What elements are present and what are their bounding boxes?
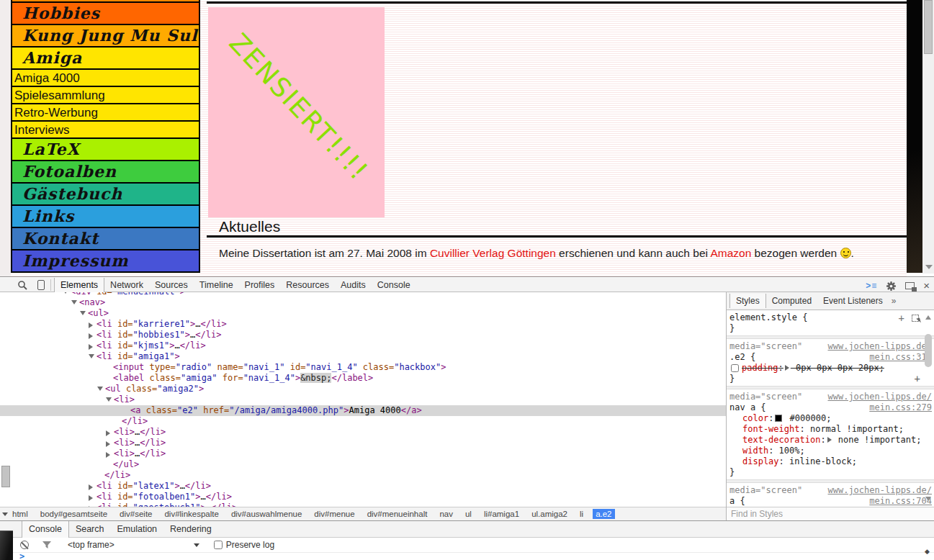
- expand-down-icon[interactable]: [89, 354, 94, 358]
- breadcrumb-item-li[interactable]: li: [577, 509, 586, 519]
- stylesheet-link[interactable]: www.jochen-lipps.de/: [828, 392, 933, 402]
- dom-tree-row[interactable]: <li>: [0, 394, 726, 405]
- dom-tree-row[interactable]: <li>…</li>: [0, 427, 726, 438]
- dom-tree-row[interactable]: <div id="menueinhalt">: [0, 292, 726, 297]
- breadcrumb-item-div-seite[interactable]: div#seite: [117, 509, 155, 519]
- dom-tree-row[interactable]: <nav>: [0, 297, 726, 308]
- menu-item-amiga-4000[interactable]: Amiga 4000: [12, 70, 199, 87]
- frame-selector[interactable]: <top frame>: [68, 540, 114, 550]
- css-property[interactable]: display: inline-block;: [729, 456, 932, 467]
- menu-item-links[interactable]: Links: [12, 206, 199, 228]
- breadcrumb-item-body-gesamtseite[interactable]: body#gesamtseite: [37, 509, 110, 519]
- breadcrumb-item-div-menue[interactable]: div#menue: [311, 509, 357, 519]
- menu-item-retro-werbung[interactable]: Retro-Werbung: [12, 104, 199, 122]
- scroll-down-arrow-icon[interactable]: [925, 497, 931, 501]
- expand-down-icon[interactable]: [97, 387, 103, 391]
- dom-tree-row[interactable]: <li id="latex1">…</li>: [0, 481, 726, 492]
- chevron-down-icon[interactable]: [194, 543, 199, 547]
- menu-item-impressum[interactable]: Impressum: [12, 250, 199, 273]
- close-devtools-icon[interactable]: ×: [923, 281, 930, 291]
- scroll-down-arrow-icon[interactable]: [925, 265, 933, 269]
- dom-tree-row[interactable]: <ul>: [0, 308, 726, 319]
- console-tab-search[interactable]: Search: [69, 521, 111, 538]
- devtools-tab-timeline[interactable]: Timeline: [194, 278, 239, 292]
- dom-tree-row[interactable]: </li>: [0, 416, 726, 427]
- devtools-tab-resources[interactable]: Resources: [280, 278, 335, 292]
- scroll-up-arrow-icon[interactable]: [925, 315, 931, 320]
- menu-item-spielesammlung[interactable]: Spielesammlung: [12, 87, 199, 104]
- source-location-link[interactable]: mein.css:704: [869, 496, 932, 507]
- devtools-tab-network[interactable]: Network: [104, 278, 149, 292]
- more-tabs-button[interactable]: »: [892, 296, 897, 306]
- console-tab-emulation[interactable]: Emulation: [110, 521, 163, 538]
- dom-tree-row[interactable]: <li id="fotoalben1">…</li>: [0, 492, 726, 502]
- css-property[interactable]: font-weight: normal !important;: [729, 424, 932, 435]
- dock-side-icon[interactable]: [905, 282, 915, 289]
- menu-item-hobbies[interactable]: Hobbies: [12, 3, 199, 25]
- elements-scrollbar-thumb[interactable]: [1, 466, 10, 487]
- settings-gear-icon[interactable]: [886, 281, 897, 292]
- source-location-link[interactable]: mein.css:279: [869, 402, 932, 413]
- link-cuvillier[interactable]: Cuvillier Verlag Göttingen: [430, 247, 556, 259]
- stylesheet-link[interactable]: www.jochen-lipps.de/: [828, 485, 933, 496]
- expand-right-icon[interactable]: [106, 441, 110, 447]
- link-amazon[interactable]: Amazon: [710, 247, 751, 259]
- console-drawer-icon[interactable]: >≡: [866, 281, 877, 291]
- console-tab-console[interactable]: Console: [22, 521, 69, 538]
- dom-tree-row[interactable]: <li id="hobbies1">…</li>: [0, 330, 726, 340]
- new-style-rule-button[interactable]: +: [899, 312, 904, 324]
- expand-down-icon[interactable]: [80, 311, 86, 315]
- dom-tree-row[interactable]: <li>…</li>: [0, 448, 726, 459]
- devtools-tab-audits[interactable]: Audits: [335, 278, 372, 292]
- breadcrumb-item-a-e2[interactable]: a.e2: [593, 509, 614, 519]
- stylesheet-link[interactable]: www.jochen-lipps.de/: [828, 341, 933, 352]
- pick-element-icon[interactable]: [912, 315, 919, 322]
- menu-item-latex[interactable]: LaTeX: [12, 139, 199, 161]
- styles-tab-event-listeners[interactable]: Event Listeners: [817, 294, 889, 308]
- dom-tree-row[interactable]: <li id="karriere1">…</li>: [0, 319, 726, 330]
- expand-value-icon[interactable]: [827, 437, 832, 443]
- console-tab-rendering[interactable]: Rendering: [163, 521, 218, 538]
- dom-tree-row[interactable]: </ul>: [0, 459, 726, 470]
- expand-down-icon[interactable]: [71, 300, 77, 304]
- breadcrumb-item-ul-amiga2[interactable]: ul.amiga2: [529, 509, 570, 519]
- dom-tree-row[interactable]: <li>…</li>: [0, 438, 726, 448]
- menu-item-amiga[interactable]: Amiga: [12, 48, 199, 70]
- css-property[interactable]: padding: 0px 0px 0px 20px;: [729, 363, 932, 374]
- breadcrumb-item-div-menueinhalt[interactable]: div#menueinhalt: [364, 509, 431, 519]
- menu-item-g-stebuch[interactable]: Gästebuch: [12, 184, 199, 206]
- devtools-tab-elements[interactable]: Elements: [54, 278, 104, 292]
- source-location-link[interactable]: mein.css:311: [869, 352, 932, 363]
- styles-tab-computed[interactable]: Computed: [766, 294, 817, 308]
- breadcrumb-item-ul[interactable]: ul: [462, 509, 475, 519]
- expand-down-icon[interactable]: [106, 397, 112, 402]
- breadcrumb-item-div-linkespalte[interactable]: div#linkespalte: [161, 509, 221, 519]
- styles-tab-styles[interactable]: Styles: [729, 294, 766, 308]
- expand-right-icon[interactable]: [89, 333, 93, 339]
- add-property-button[interactable]: +: [915, 374, 920, 384]
- dom-tree-row[interactable]: <li id="amiga1">: [0, 351, 726, 362]
- expand-right-icon[interactable]: [89, 484, 93, 490]
- expand-right-icon[interactable]: [89, 495, 93, 501]
- find-in-styles-input[interactable]: Find in Styles: [727, 507, 934, 520]
- dom-tree-row[interactable]: <a class="e2" href="/amiga/amiga4000.php…: [0, 405, 726, 416]
- dom-tree-row[interactable]: <ul class="amiga2">: [0, 384, 726, 394]
- inspect-element-icon[interactable]: [17, 280, 27, 290]
- expand-right-icon[interactable]: [106, 430, 110, 436]
- expand-value-icon[interactable]: [785, 365, 789, 371]
- filter-icon[interactable]: [42, 541, 52, 549]
- css-property[interactable]: text-decoration: none !important;: [729, 435, 932, 446]
- breadcrumb-item-html[interactable]: html: [9, 509, 31, 519]
- clear-console-icon[interactable]: [20, 541, 29, 549]
- styles-scrollbar-thumb[interactable]: [925, 334, 932, 367]
- expand-right-icon[interactable]: [89, 322, 93, 328]
- expand-down-icon[interactable]: [63, 292, 68, 294]
- expand-right-icon[interactable]: [89, 344, 93, 350]
- color-swatch[interactable]: [775, 415, 782, 422]
- menu-item-kung-jung-mu-sul[interactable]: Kung Jung Mu Sul: [12, 25, 199, 48]
- dom-tree-row[interactable]: </li>: [0, 470, 726, 481]
- dom-tree-row[interactable]: <input type="radio" name="navi_1" id="na…: [0, 362, 726, 373]
- devtools-tab-sources[interactable]: Sources: [149, 278, 194, 292]
- css-property[interactable]: color: #000000;: [729, 413, 932, 424]
- menu-item-kontakt[interactable]: Kontakt: [12, 228, 199, 250]
